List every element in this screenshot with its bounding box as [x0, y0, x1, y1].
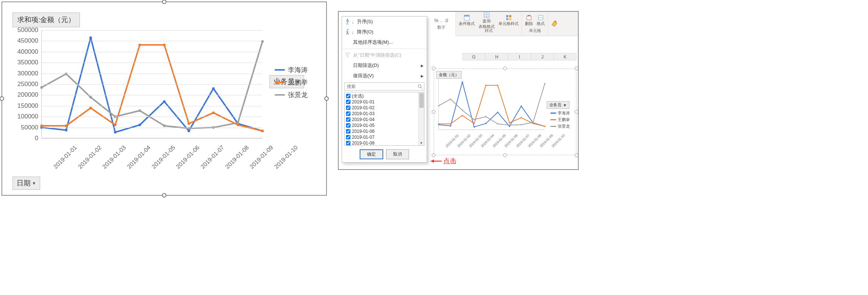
checkbox[interactable] [346, 135, 350, 139]
checklist-item[interactable]: 2019-01-01 [346, 99, 417, 105]
format-button[interactable]: 格式 [537, 15, 545, 26]
sort-asc-item[interactable]: AZ ↓ 升序(S) [342, 17, 427, 27]
comma-icon[interactable]: , [441, 18, 442, 23]
search-input[interactable] [344, 82, 424, 90]
cell-styles-button[interactable]: 单元格样式 [498, 15, 519, 26]
svg-rect-31 [464, 15, 469, 17]
format-as-table-button[interactable]: 套用 表格格式 [479, 12, 495, 29]
filter-menu: AZ ↓ 升序(S) ZA ↓ 降序(O) 其他排序选项(M)... 从"日期"… [342, 16, 427, 163]
svg-point-59 [485, 85, 487, 86]
checklist-item[interactable]: 2019-01-07 [346, 134, 417, 140]
palette-icon [506, 15, 512, 21]
ok-button[interactable]: 确定 [360, 149, 383, 159]
arrow-icon [431, 161, 442, 161]
checklist-item[interactable]: 2019-01-03 [346, 111, 417, 117]
checklist-label: 2019-01-04 [352, 117, 374, 122]
scroll-thumb[interactable] [419, 93, 424, 108]
checkbox[interactable] [346, 117, 350, 122]
resize-handle[interactable] [503, 67, 507, 70]
checklist-item[interactable]: 2019-01-06 [346, 128, 417, 134]
checkbox[interactable] [346, 123, 350, 128]
checkbox[interactable] [346, 141, 350, 145]
date-filter-item[interactable]: 日期筛选(D) ▶ [342, 60, 427, 71]
scroll-down-icon[interactable]: ▼ [419, 141, 424, 145]
legend-item: 张景龙 [550, 124, 570, 129]
column-header[interactable]: J [531, 53, 554, 60]
clear-filter-item: 从"日期"中清除筛选(C) [342, 50, 427, 60]
svg-point-72 [521, 124, 522, 125]
checkbox[interactable] [346, 106, 350, 110]
filter-checklist: (全选)2019-01-012019-01-022019-01-032019-0… [344, 92, 424, 146]
svg-rect-37 [509, 15, 511, 17]
resize-handle[interactable] [575, 153, 578, 157]
percent-icon[interactable]: % [434, 18, 438, 23]
svg-point-24 [138, 109, 141, 112]
resize-handle[interactable] [575, 110, 578, 114]
svg-point-55 [438, 123, 440, 125]
decimal-inc-icon[interactable]: .0 [444, 18, 448, 23]
column-header[interactable]: I [508, 53, 531, 60]
resize-handle[interactable] [162, 0, 166, 4]
checkbox[interactable] [346, 129, 350, 134]
svg-point-13 [114, 124, 116, 126]
delete-button[interactable]: 删除 [525, 15, 533, 26]
value-field-button[interactable]: 求和项:金额（元） [13, 13, 80, 27]
checklist-item[interactable]: 2019-01-04 [346, 117, 417, 122]
value-field-label: 金额（元） [439, 72, 459, 78]
cancel-button[interactable]: 取消 [386, 149, 409, 159]
svg-point-1 [65, 129, 67, 131]
legend-item: 张景龙 [275, 90, 308, 99]
sort-desc-item[interactable]: ZA ↓ 降序(O) [342, 27, 427, 37]
y-tick-label: 200000 [13, 91, 38, 99]
resize-handle[interactable] [575, 67, 578, 70]
chevron-down-icon: ▼ [32, 181, 36, 185]
format-painter-icon[interactable] [551, 20, 558, 28]
legend-swatch [550, 126, 556, 127]
svg-rect-40 [527, 16, 531, 20]
checklist-item[interactable]: 2019-01-05 [346, 122, 417, 128]
svg-point-73 [532, 122, 534, 123]
format-icon [538, 15, 544, 21]
svg-point-49 [485, 123, 487, 124]
conditional-format-button[interactable]: 条件格式 [459, 15, 475, 26]
checkbox[interactable] [346, 100, 350, 104]
line-series [439, 78, 545, 130]
svg-point-69 [485, 116, 487, 117]
svg-rect-38 [506, 18, 508, 20]
pivot-chart-large[interactable]: 求和项:金额（元） 业务员 ▼ 日期 ▼ 0500001000001500002… [1, 1, 327, 196]
resize-handle[interactable] [324, 96, 329, 101]
legend-item: 王鹏举 [550, 117, 570, 122]
checkbox[interactable] [346, 111, 350, 116]
checklist-item[interactable]: 2019-01-02 [346, 105, 417, 111]
svg-point-19 [261, 129, 264, 132]
sort-desc-icon: ZA [345, 29, 350, 35]
resize-handle[interactable] [162, 193, 166, 198]
value-field-button[interactable]: 金额（元） [436, 71, 462, 79]
checklist-label: 2019-01-03 [352, 111, 374, 116]
y-tick-label: 500000 [13, 26, 38, 34]
pivot-chart-small[interactable]: 金额（元） 业务员 ▼ 李海涛王鹏举张景龙 2019-01-012019-01-… [434, 68, 576, 155]
checkbox[interactable] [346, 94, 350, 98]
legend-label: 张景龙 [288, 90, 308, 99]
search-icon [417, 84, 423, 89]
column-header[interactable]: K [554, 53, 576, 60]
svg-point-61 [509, 122, 510, 124]
scrollbar[interactable]: ▲ ▼ [418, 92, 424, 145]
axis-field-button[interactable]: 日期 ▼ [13, 177, 40, 190]
legend-field-button[interactable]: 业务员 ▼ [547, 101, 569, 109]
checklist-label: 2019-01-08 [352, 141, 374, 145]
other-sort-item[interactable]: 其他排序选项(M)... [342, 37, 427, 47]
search-field[interactable] [346, 83, 417, 89]
resize-handle[interactable] [0, 96, 4, 101]
plot-area [41, 30, 262, 138]
value-filter-item[interactable]: 值筛选(V) ▶ [342, 71, 427, 81]
checklist-item[interactable]: 2019-01-08 [346, 140, 417, 145]
resize-handle[interactable] [432, 110, 435, 114]
resize-handle[interactable] [432, 67, 435, 70]
checklist-label: 2019-01-06 [352, 129, 374, 134]
column-header[interactable]: H [485, 53, 508, 60]
legend-swatch [550, 113, 556, 114]
column-header[interactable]: G [462, 53, 485, 60]
checklist-item[interactable]: (全选) [346, 93, 417, 99]
resize-handle[interactable] [503, 153, 507, 157]
